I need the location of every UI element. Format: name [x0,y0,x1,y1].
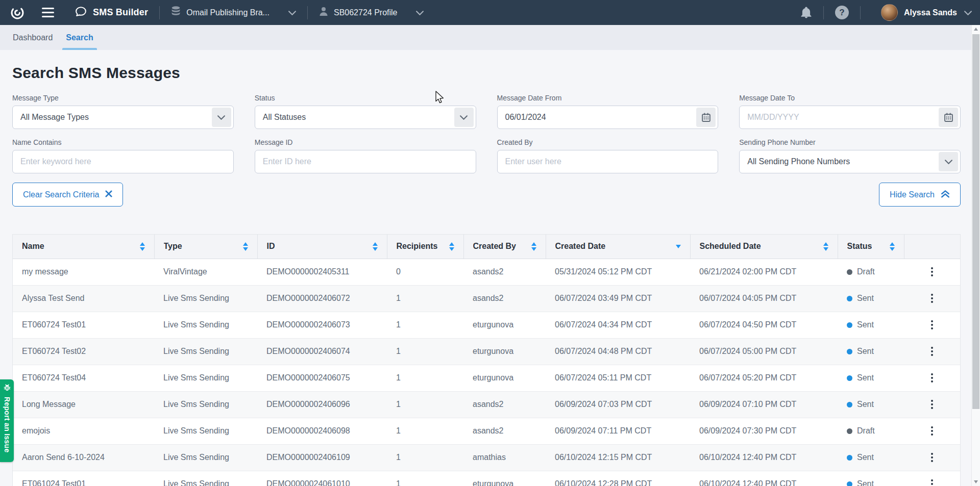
cell-created_by: asands2 [463,285,546,312]
cell-recipients: 1 [387,471,463,486]
sort-icon[interactable] [373,242,378,251]
created-by-control [497,150,719,173]
status-cell: Sent [838,338,904,365]
status-label: Status [255,94,476,102]
table-row[interactable]: emojoisLive Sms SendingDEMO0000002406098… [13,418,960,444]
status-badge: Sent [857,320,874,329]
kebab-menu-icon[interactable] [913,426,951,436]
hide-search-button[interactable]: Hide Search [879,183,961,207]
table-row[interactable]: my messageViralVintageDEMO00000024053110… [13,259,960,285]
sort-icon[interactable] [243,242,248,251]
cell-name: Alyssa Test Send [13,285,154,312]
status-dot [847,455,852,461]
created-by-input[interactable] [498,150,718,173]
cell-id: DEMO0000002406109 [257,444,387,471]
status-dot [847,375,852,381]
cell-name: ET060724 Test01 [13,312,154,338]
scroll-up-arrow[interactable] [972,25,980,33]
message-type-select[interactable]: All Message Types [12,106,234,129]
kebab-menu-icon[interactable] [913,294,951,303]
clear-search-criteria-button[interactable]: Clear Search Criteria [12,183,123,207]
scroll-down-arrow[interactable] [972,478,980,486]
name-contains-input[interactable] [13,150,233,173]
kebab-menu-icon[interactable] [913,453,951,462]
sort-icon[interactable] [531,242,536,251]
scrollbar-thumb[interactable] [972,34,979,409]
column-header-scheduled_date[interactable]: Scheduled Date [690,235,838,259]
calendar-icon[interactable] [696,108,716,127]
cell-created_by: eturgunova [463,312,546,338]
cell-name: emojois [13,418,154,444]
field-message-id: Message ID [255,138,476,173]
sort-icon[interactable] [449,242,454,251]
cell-name: Aaron Send 6-10-2024 [13,444,154,471]
row-actions-cell [904,259,960,285]
profile-dropdown[interactable]: SB062724 Profile [319,7,424,18]
cell-name: my message [13,259,154,285]
table-row[interactable]: Long MessageLive Sms SendingDEMO00000024… [13,391,960,418]
chevron-down-icon[interactable] [964,8,972,17]
close-icon [105,190,112,199]
column-header-name[interactable]: Name [13,235,154,259]
sort-active-icon[interactable] [676,245,681,248]
kebab-menu-icon[interactable] [913,373,951,382]
cell-scheduled_date: 06/07/2024 05:20 PM CDT [690,365,838,391]
column-header-created_by[interactable]: Created By [463,235,546,259]
kebab-menu-icon[interactable] [913,347,951,356]
kebab-menu-icon[interactable] [913,320,951,329]
chevron-down-icon[interactable] [939,152,958,171]
cell-id: DEMO0000002406073 [257,312,387,338]
tab-search[interactable]: Search [59,25,100,50]
cell-created_date: 05/31/2024 05:12 PM CDT [546,259,690,285]
cell-type: ViralVintage [154,259,257,285]
hamburger-menu-icon[interactable] [42,8,54,17]
table-row[interactable]: ET060724 Test01Live Sms SendingDEMO00000… [13,312,960,338]
user-avatar[interactable] [881,4,898,21]
bug-icon [3,383,11,394]
field-name-contains: Name Contains [12,138,234,173]
sending-phone-number-select[interactable]: All Sending Phone Numbers [739,150,961,173]
cell-created_by: asands2 [463,391,546,418]
calendar-icon[interactable] [939,108,958,127]
tab-dashboard[interactable]: Dashboard [6,25,59,50]
sort-icon[interactable] [890,242,895,251]
table-row[interactable]: ET060724 Test04Live Sms SendingDEMO00000… [13,365,960,391]
vertical-scrollbar[interactable] [971,25,980,486]
message-date-from-label: Message Date From [497,94,719,102]
help-icon[interactable]: ? [835,6,849,19]
chevron-down-icon [416,8,424,17]
cell-id: DEMO0000002406072 [257,285,387,312]
sort-icon[interactable] [823,242,828,251]
message-date-to-input[interactable] [740,106,939,129]
chevron-down-icon[interactable] [454,108,474,127]
status-cell: Sent [838,365,904,391]
kebab-menu-icon[interactable] [913,400,951,409]
column-header-type[interactable]: Type [154,235,257,259]
cell-created_date: 06/09/2024 07:11 PM CDT [546,418,690,444]
message-type-label: Message Type [12,94,234,102]
message-id-input[interactable] [255,150,476,173]
tab-bar: Dashboard Search [0,25,980,50]
sort-icon[interactable] [140,242,145,251]
table-row[interactable]: ET061024 Test01Live Sms SendingDEMO00000… [13,471,960,486]
report-an-issue-tab[interactable]: Report an Issue [0,379,14,462]
message-date-from-input[interactable] [498,106,697,129]
kebab-menu-icon[interactable] [913,479,951,486]
table-row[interactable]: Alyssa Test SendLive Sms SendingDEMO0000… [13,285,960,312]
chevron-down-icon[interactable] [212,108,231,127]
status-select[interactable]: All Statuses [255,106,476,129]
column-header-status[interactable]: Status [838,235,904,259]
table-row[interactable]: Aaron Send 6-10-2024Live Sms SendingDEMO… [13,444,960,471]
column-header-recipients[interactable]: Recipients [387,235,463,259]
column-header-id[interactable]: ID [257,235,387,259]
table-row[interactable]: ET060724 Test02Live Sms SendingDEMO00000… [13,338,960,365]
omeda-logo-icon[interactable] [10,6,24,20]
cell-created_by: asands2 [463,259,546,285]
kebab-menu-icon[interactable] [913,267,951,276]
nav-divider [307,6,308,19]
notifications-bell-icon[interactable] [800,7,812,19]
column-header-created_date[interactable]: Created Date [546,235,690,259]
cell-type: Live Sms Sending [154,285,257,312]
row-actions-cell [904,418,960,444]
brand-dropdown[interactable]: Omail Publishing Bra... [171,6,296,19]
